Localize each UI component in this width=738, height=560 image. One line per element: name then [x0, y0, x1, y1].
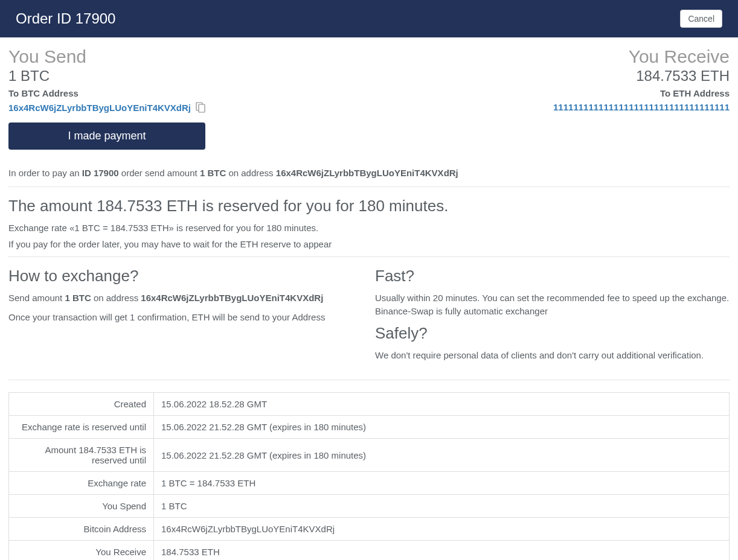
you-receive-amount: 184.7533 ETH: [636, 68, 730, 84]
instruction-mid1: order send amount: [119, 168, 200, 178]
reserve-warning-text: If you pay for the order later, you may …: [8, 239, 730, 249]
detail-value: 1 BTC = 184.7533 ETH: [154, 472, 730, 495]
detail-label: Bitcoin Address: [9, 518, 154, 541]
howto-p1-amount: 1 BTC: [65, 293, 91, 303]
order-details-table: Created15.06.2022 18.52.28 GMTExchange r…: [8, 392, 730, 560]
eth-address-value[interactable]: 11111111111111111111111111111111111: [553, 102, 730, 112]
you-send-title: You Send: [8, 46, 205, 68]
detail-label: You Spend: [9, 495, 154, 518]
detail-label: Created: [9, 393, 154, 416]
table-row: Exchange rate1 BTC = 184.7533 ETH: [9, 472, 730, 495]
fast-title: Fast?: [375, 267, 730, 285]
how-to-step1: Send amount 1 BTC on address 16x4RcW6jZL…: [8, 291, 363, 305]
btc-address-label: To BTC Address: [8, 88, 205, 98]
divider: [8, 186, 730, 187]
eth-address-label: To ETH Address: [660, 88, 730, 98]
main-content: You Send 1 BTC To BTC Address 16x4RcW6jZ…: [0, 37, 738, 560]
you-receive-title: You Receive: [629, 46, 730, 68]
reserve-rate-text: Exchange rate «1 BTC = 184.7533 ETH» is …: [8, 223, 730, 233]
table-row: Exchange rate is reserved until15.06.202…: [9, 416, 730, 439]
you-send-column: You Send 1 BTC To BTC Address 16x4RcW6jZ…: [8, 46, 205, 162]
i-made-payment-button[interactable]: I made payment: [8, 122, 205, 150]
detail-value: 16x4RcW6jZLyrbbTBygLUoYEniT4KVXdRj: [154, 518, 730, 541]
svg-rect-1: [199, 104, 205, 112]
you-receive-column: You Receive 184.7533 ETH To ETH Address …: [553, 46, 730, 162]
how-to-title: How to exchange?: [8, 267, 363, 285]
detail-value: 1 BTC: [154, 495, 730, 518]
fast-safely-column: Fast? Usually within 20 minutes. You can…: [375, 267, 730, 368]
table-row: Bitcoin Address16x4RcW6jZLyrbbTBygLUoYEn…: [9, 518, 730, 541]
instruction-amount: 1 BTC: [200, 168, 226, 178]
send-receive-row: You Send 1 BTC To BTC Address 16x4RcW6jZ…: [8, 46, 730, 162]
table-row: You Receive184.7533 ETH: [9, 541, 730, 560]
btc-address-value[interactable]: 16x4RcW6jZLyrbbTBygLUoYEniT4KVXdRj: [8, 103, 191, 113]
copy-icon[interactable]: [196, 102, 205, 113]
howto-p1-prefix: Send amount: [8, 293, 65, 303]
table-row: Created15.06.2022 18.52.28 GMT: [9, 393, 730, 416]
reserve-title: The amount 184.7533 ETH is reserved for …: [8, 197, 730, 215]
detail-label: Exchange rate is reserved until: [9, 416, 154, 439]
divider: [8, 380, 730, 380]
detail-label: Amount 184.7533 ETH is reserved until: [9, 439, 154, 472]
instruction-address: 16x4RcW6jZLyrbbTBygLUoYEniT4KVXdRj: [276, 168, 458, 178]
detail-label: You Receive: [9, 541, 154, 560]
detail-value: 184.7533 ETH: [154, 541, 730, 560]
safely-title: Safely?: [375, 324, 730, 343]
cancel-button[interactable]: Cancel: [680, 10, 722, 28]
you-send-amount: 1 BTC: [8, 68, 205, 84]
detail-value: 15.06.2022 18.52.28 GMT: [154, 393, 730, 416]
info-columns: How to exchange? Send amount 1 BTC on ad…: [8, 267, 730, 368]
table-row: You Spend1 BTC: [9, 495, 730, 518]
divider: [8, 256, 730, 257]
how-to-step2: Once your transaction will get 1 confirm…: [8, 311, 363, 324]
detail-label: Exchange rate: [9, 472, 154, 495]
page-title: Order ID 17900: [16, 10, 115, 27]
fast-text: Usually within 20 minutes. You can set t…: [375, 291, 730, 318]
table-row: Amount 184.7533 ETH is reserved until15.…: [9, 439, 730, 472]
btc-address-line: 16x4RcW6jZLyrbbTBygLUoYEniT4KVXdRj: [8, 102, 205, 113]
howto-p1-address: 16x4RcW6jZLyrbbTBygLUoYEniT4KVXdRj: [141, 293, 323, 303]
detail-value: 15.06.2022 21.52.28 GMT (expires in 180 …: [154, 416, 730, 439]
instruction-mid2: on address: [226, 168, 276, 178]
payment-instruction: In order to pay an ID 17900 order send a…: [8, 168, 730, 178]
instruction-order-id: ID 17900: [82, 168, 119, 178]
safely-text: We don't require personal data of client…: [375, 349, 730, 362]
header-bar: Order ID 17900 Cancel: [0, 0, 738, 37]
how-to-exchange-column: How to exchange? Send amount 1 BTC on ad…: [8, 267, 363, 368]
howto-p1-mid: on address: [91, 293, 141, 303]
detail-value: 15.06.2022 21.52.28 GMT (expires in 180 …: [154, 439, 730, 472]
instruction-prefix: In order to pay an: [8, 168, 82, 178]
